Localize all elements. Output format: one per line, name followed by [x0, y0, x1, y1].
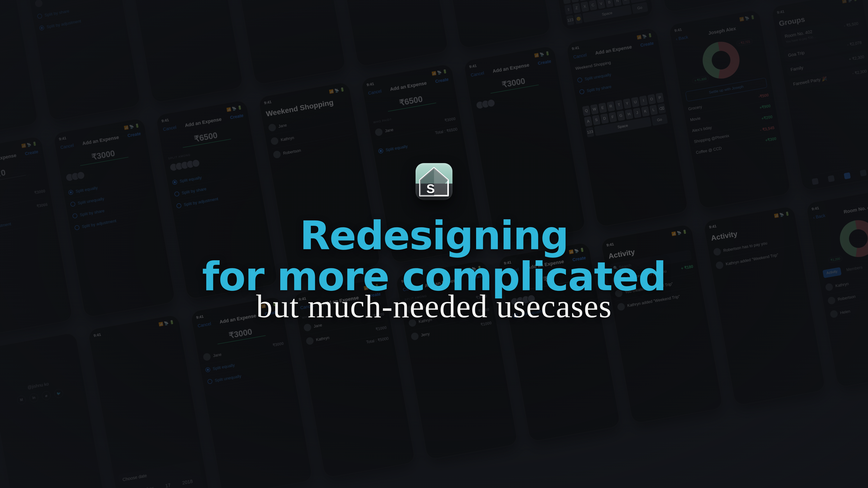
house-icon: S [415, 163, 453, 200]
hero-content: S Redesigning for more complicated but m… [0, 0, 868, 488]
svg-text:S: S [426, 182, 435, 196]
svg-marker-2 [434, 168, 448, 196]
headline-line-1: Redesigning [300, 215, 568, 256]
headline-script: but much-needed usecases [256, 288, 612, 325]
app-icon: S [415, 163, 453, 200]
